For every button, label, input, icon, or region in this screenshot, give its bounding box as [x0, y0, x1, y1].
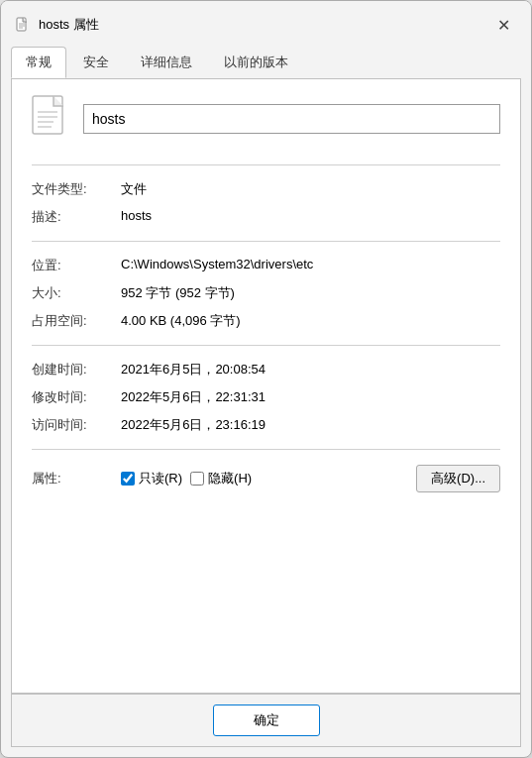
file-type-value: 文件: [121, 180, 500, 198]
close-button[interactable]: ✕: [489, 11, 517, 39]
readonly-checkbox[interactable]: [121, 472, 135, 486]
title-bar-left: hosts 属性: [15, 16, 99, 34]
disk-size-label: 占用空间:: [32, 312, 121, 330]
description-label: 描述:: [32, 208, 121, 226]
row-description: 描述: hosts: [32, 203, 500, 231]
divider-1: [32, 164, 500, 165]
advanced-button[interactable]: 高级(D)...: [416, 465, 500, 492]
window: hosts 属性 ✕ 常规 安全 详细信息 以前的版本 hosts 文件类型:: [0, 0, 532, 758]
accessed-label: 访问时间:: [32, 416, 121, 434]
size-value: 952 字节 (952 字节): [121, 284, 500, 302]
description-value: hosts: [121, 208, 500, 223]
divider-4: [32, 449, 500, 450]
tab-general[interactable]: 常规: [11, 47, 66, 78]
created-label: 创建时间:: [32, 361, 121, 379]
size-label: 大小:: [32, 284, 121, 302]
window-title: hosts 属性: [39, 16, 99, 34]
row-disk-size: 占用空间: 4.00 KB (4,096 字节): [32, 307, 500, 335]
row-modified: 修改时间: 2022年5月6日，22:31:31: [32, 383, 500, 411]
ok-button[interactable]: 确定: [213, 704, 320, 736]
title-file-icon: [15, 17, 31, 33]
tab-previous-versions[interactable]: 以前的版本: [209, 47, 303, 78]
hidden-checkbox-item[interactable]: 隐藏(H): [190, 470, 252, 487]
row-size: 大小: 952 字节 (952 字节): [32, 279, 500, 307]
disk-size-value: 4.00 KB (4,096 字节): [121, 312, 500, 330]
row-accessed: 访问时间: 2022年5月6日，23:16:19: [32, 411, 500, 439]
bottom-bar: 确定: [11, 694, 521, 747]
readonly-label: 只读(R): [139, 470, 182, 487]
hidden-checkbox[interactable]: [190, 472, 204, 486]
file-large-icon: [32, 95, 71, 143]
title-bar: hosts 属性 ✕: [1, 1, 531, 39]
readonly-checkbox-item[interactable]: 只读(R): [121, 470, 182, 487]
file-type-label: 文件类型:: [32, 180, 121, 198]
location-label: 位置:: [32, 257, 121, 274]
file-name-box[interactable]: hosts: [83, 104, 500, 134]
attrs-label: 属性:: [32, 470, 121, 487]
modified-value: 2022年5月6日，22:31:31: [121, 388, 500, 406]
tabs: 常规 安全 详细信息 以前的版本: [1, 39, 531, 78]
hidden-label: 隐藏(H): [208, 470, 252, 487]
row-file-type: 文件类型: 文件: [32, 175, 500, 203]
divider-3: [32, 345, 500, 346]
content-panel: hosts 文件类型: 文件 描述: hosts 位置: C:\Windows\…: [11, 78, 521, 694]
modified-label: 修改时间:: [32, 388, 121, 406]
accessed-value: 2022年5月6日，23:16:19: [121, 416, 500, 434]
attrs-controls: 只读(R) 隐藏(H) 高级(D)...: [121, 465, 500, 492]
row-created: 创建时间: 2021年6月5日，20:08:54: [32, 356, 500, 383]
divider-2: [32, 241, 500, 242]
row-attrs: 属性: 只读(R) 隐藏(H) 高级(D)...: [32, 460, 500, 497]
file-header: hosts: [32, 95, 500, 143]
created-value: 2021年6月5日，20:08:54: [121, 361, 500, 379]
tab-details[interactable]: 详细信息: [126, 47, 207, 78]
tab-security[interactable]: 安全: [68, 47, 124, 78]
location-value: C:\Windows\System32\drivers\etc: [121, 257, 500, 271]
row-location: 位置: C:\Windows\System32\drivers\etc: [32, 252, 500, 279]
